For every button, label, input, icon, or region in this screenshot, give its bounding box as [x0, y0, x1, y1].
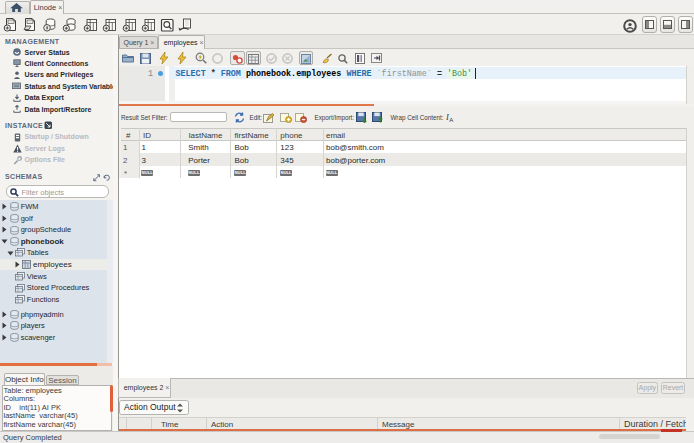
svg-text:A: A: [449, 117, 453, 122]
